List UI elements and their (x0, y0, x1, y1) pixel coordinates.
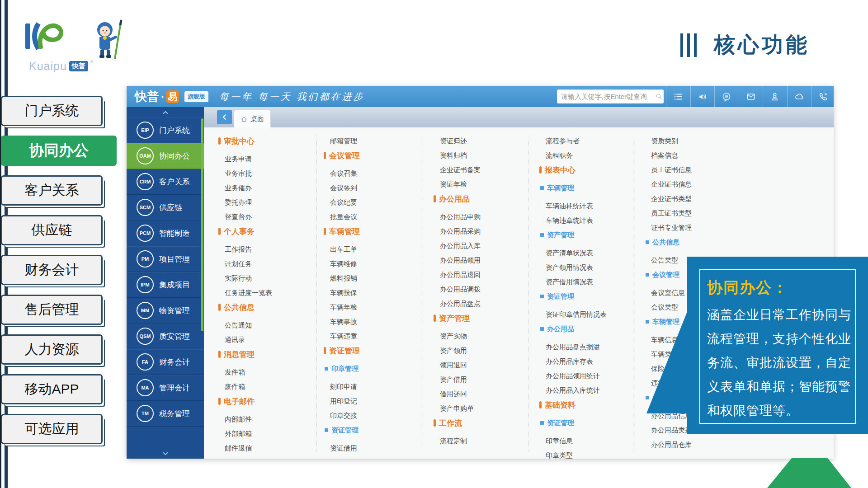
menu-item[interactable]: 车辆违章统计表 (539, 213, 641, 228)
side-menu-item[interactable]: 售后管理 (1, 295, 103, 325)
menu-section-header[interactable]: 基础资料 (539, 398, 641, 412)
menu-subsection-header[interactable]: 资产管理 (539, 228, 641, 242)
menu-item[interactable]: 办公用品退回 (434, 267, 535, 282)
menu-item[interactable]: 证书专业管理 (645, 221, 746, 235)
side-menu-item[interactable]: 可选应用 (1, 414, 103, 444)
menu-item[interactable]: 公告通知 (218, 318, 320, 333)
menu-item[interactable]: 领用退回 (434, 358, 535, 372)
menu-item[interactable]: 资产清单状况表 (539, 246, 641, 260)
menu-subsection-header[interactable]: 资证管理 (539, 289, 641, 304)
menu-item[interactable]: 印章信息 (539, 434, 641, 448)
menu-item[interactable]: 资产借用 (434, 372, 535, 387)
sidebar-scrollbar[interactable] (201, 118, 203, 331)
menu-item[interactable]: 流程参与者 (539, 134, 641, 148)
cloud-icon[interactable] (787, 86, 811, 107)
menu-item[interactable]: 员工证书信息 (645, 163, 746, 177)
menu-item[interactable]: 外部邮箱 (218, 427, 320, 441)
module-item-crm[interactable]: CRM客户关系 (127, 169, 204, 195)
module-item-eip[interactable]: EIP门户系统 (127, 117, 204, 143)
menu-item[interactable]: 流程定制 (434, 434, 535, 448)
mail-icon[interactable] (739, 86, 763, 107)
menu-item[interactable]: 资证归还 (434, 134, 535, 148)
menu-item[interactable]: 资证印章借用情况表 (539, 307, 641, 322)
menu-item[interactable]: 业务审批 (218, 166, 320, 181)
search-input[interactable] (557, 93, 655, 100)
menu-item[interactable]: 车辆事故 (324, 314, 425, 329)
menu-section-header[interactable]: 电子邮件 (218, 394, 320, 408)
module-item-qsm[interactable]: QSM质安管理 (127, 324, 204, 349)
menu-item[interactable]: 办公用品入库统计 (539, 383, 641, 398)
menu-item[interactable]: 业务申请 (218, 152, 320, 166)
menu-item[interactable]: 资证年检 (434, 177, 535, 192)
speaker-icon[interactable] (690, 86, 715, 107)
menu-item[interactable]: 办公用品盘点 (434, 296, 535, 311)
menu-item[interactable]: 内部邮件 (218, 412, 320, 427)
module-item-ipm[interactable]: IPM集成项目 (127, 272, 204, 298)
stamp-icon[interactable] (763, 86, 787, 107)
menu-item[interactable]: 资产领用情况表 (539, 260, 641, 275)
im-icon[interactable]: IM (714, 86, 739, 107)
phone-icon[interactable] (811, 86, 835, 107)
menu-item[interactable]: 用印登记 (324, 394, 425, 408)
menu-item[interactable]: 资质类别 (645, 134, 746, 148)
menu-item[interactable]: 资产实物 (434, 329, 535, 343)
menu-item[interactable]: 企业证书类型 (645, 192, 746, 206)
side-menu-item[interactable]: 财务会计 (1, 255, 103, 285)
menu-item[interactable]: 车辆油耗统计表 (539, 199, 641, 213)
menu-section-header[interactable]: 个人事务 (218, 224, 320, 239)
menu-item[interactable]: 出车工单 (324, 242, 425, 257)
side-menu-item[interactable]: 客户关系 (1, 175, 103, 206)
menu-subsection-header[interactable]: 印章管理 (324, 361, 425, 376)
module-item-tm[interactable]: TM税务管理 (127, 401, 204, 427)
menu-section-header[interactable]: 消息管理 (218, 347, 320, 361)
menu-item[interactable]: 工作报告 (218, 242, 320, 257)
menu-subsection-header[interactable]: 车辆管理 (539, 181, 641, 195)
sidebar-scroll-down[interactable] (127, 449, 204, 459)
menu-item[interactable]: 办公用品申购 (434, 210, 535, 224)
menu-item[interactable]: 企业证书信息 (645, 177, 746, 192)
menu-item[interactable]: 资产领用 (434, 343, 535, 358)
menu-section-header[interactable]: 车辆管理 (324, 224, 425, 239)
menu-section-header[interactable]: 资证管理 (324, 343, 425, 358)
menu-item[interactable]: 实际行动 (218, 271, 320, 286)
search-box[interactable] (557, 89, 664, 103)
menu-item[interactable]: 刻印申请 (324, 380, 425, 394)
menu-subsection-header[interactable]: 公共信息 (645, 235, 746, 249)
menu-item[interactable]: 办公用品领用 (434, 253, 535, 267)
menu-item[interactable]: 督查督办 (218, 210, 320, 224)
menu-section-header[interactable]: 工作流 (434, 416, 535, 430)
menu-section-header[interactable]: 审批中心 (218, 134, 320, 148)
menu-item[interactable]: 邮件退信 (218, 441, 320, 455)
menu-item[interactable]: 办公用品盘点损溢 (539, 340, 641, 354)
menu-item[interactable]: 废件箱 (218, 380, 320, 394)
menu-item[interactable]: 办公用品领用统计 (539, 369, 641, 383)
menu-item[interactable]: 企业证书备案 (434, 163, 535, 177)
menu-item[interactable]: 资产申购单 (434, 401, 535, 416)
search-icon[interactable] (655, 93, 663, 100)
menu-item[interactable]: 会议纪要 (324, 195, 425, 210)
menu-item[interactable]: 邮箱管理 (324, 134, 425, 148)
side-menu-item[interactable]: 人力资源 (1, 334, 103, 365)
menu-section-header[interactable]: 资产管理 (434, 311, 535, 325)
module-item-pcm[interactable]: PCM智能制造 (127, 221, 204, 246)
menu-item[interactable]: 员工证书类型 (645, 206, 746, 221)
menu-item[interactable]: 印章类型 (539, 448, 641, 459)
menu-item[interactable]: 计划任务 (218, 257, 320, 271)
side-menu-item-active[interactable]: 协同办公 (1, 136, 117, 166)
menu-item[interactable]: 业务催办 (218, 181, 320, 195)
menu-subsection-header[interactable]: 资证管理 (539, 416, 641, 430)
side-menu-item[interactable]: 供应链 (1, 215, 103, 245)
menu-item[interactable]: 资料归档 (434, 148, 535, 163)
menu-item[interactable]: 资证借用 (324, 441, 425, 455)
tab-desktop[interactable]: 桌面 (234, 110, 271, 128)
menu-item[interactable]: 委托办理 (218, 195, 320, 210)
menu-item[interactable]: 会议签到 (324, 181, 425, 195)
side-menu-item[interactable]: 门户系统 (1, 96, 103, 126)
menu-item[interactable]: 档案信息 (645, 148, 746, 163)
menu-section-header[interactable]: 办公用品 (434, 192, 535, 206)
menu-item[interactable]: 车辆维修 (324, 257, 425, 271)
list-icon[interactable] (666, 86, 690, 107)
module-item-fa[interactable]: FA财务会计 (127, 349, 204, 375)
menu-item[interactable]: 办公用品采购 (434, 224, 535, 239)
menu-item[interactable]: 办公用品仓库 (645, 437, 746, 452)
